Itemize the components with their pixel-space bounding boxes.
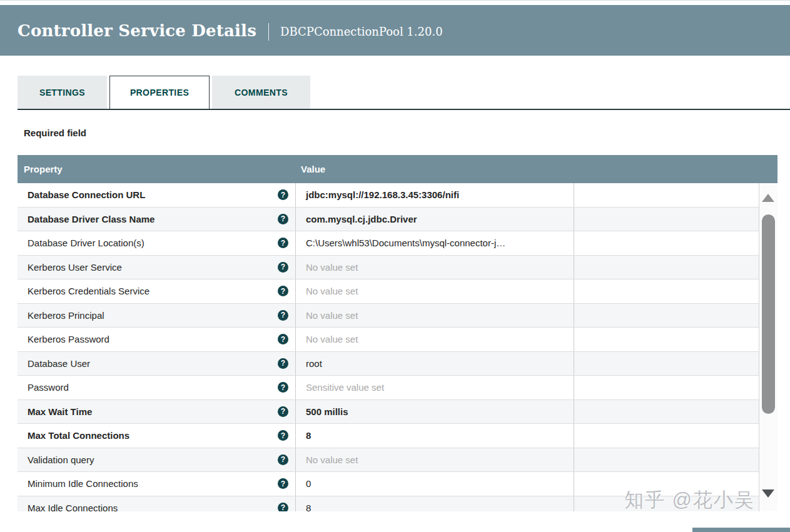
service-name-version: DBCPConnectionPool 1.20.0 bbox=[280, 25, 443, 38]
required-field-note: Required field bbox=[24, 128, 86, 138]
property-value: Sensitive value set bbox=[296, 376, 574, 399]
tab-settings[interactable]: SETTINGS bbox=[18, 76, 107, 109]
tab-properties[interactable]: PROPERTIES bbox=[109, 76, 210, 109]
controller-service-details-dialog: Controller Service Details DBCPConnectio… bbox=[0, 0, 790, 532]
help-icon[interactable]: ? bbox=[278, 334, 288, 344]
table-row: Database Driver Class Name? com.mysql.cj… bbox=[18, 208, 759, 232]
table-rows: Database Connection URL? jdbc:mysql://19… bbox=[18, 183, 759, 511]
property-value: 8 bbox=[296, 424, 574, 448]
table-row: Validation query? No value set bbox=[18, 448, 759, 473]
property-value: 0 bbox=[296, 472, 574, 496]
property-name: Minimum Idle Connections bbox=[28, 478, 138, 489]
help-icon[interactable]: ? bbox=[278, 238, 288, 248]
column-header-value: Value bbox=[296, 164, 777, 174]
table-row: Max Total Connections? 8 bbox=[18, 424, 759, 448]
property-name: Max Total Connections bbox=[28, 430, 129, 441]
table-row: Database Driver Location(s)? C:\Users\wh… bbox=[18, 231, 759, 256]
property-value: C:\Users\whl53\Documents\mysql-connector… bbox=[296, 231, 574, 255]
help-icon[interactable]: ? bbox=[278, 286, 288, 296]
property-name: Kerberos Password bbox=[28, 334, 109, 344]
property-value: com.mysql.cj.jdbc.Driver bbox=[296, 208, 574, 231]
help-icon[interactable]: ? bbox=[278, 189, 288, 200]
help-icon[interactable]: ? bbox=[278, 430, 288, 441]
help-icon[interactable]: ? bbox=[278, 478, 288, 489]
property-value: No value set bbox=[296, 256, 574, 279]
property-value: 8 bbox=[296, 496, 574, 512]
scrollbar-thumb[interactable] bbox=[762, 214, 775, 414]
table-row: Kerberos User Service? No value set bbox=[18, 256, 759, 280]
property-name: Kerberos Principal bbox=[28, 310, 104, 321]
property-value: No value set bbox=[296, 448, 574, 472]
property-name: Kerberos Credentials Service bbox=[28, 286, 149, 296]
property-value: No value set bbox=[296, 304, 574, 328]
tab-bar: SETTINGS PROPERTIES COMMENTS bbox=[18, 76, 790, 110]
property-value: No value set bbox=[296, 279, 574, 303]
table-scrollbar[interactable] bbox=[759, 183, 777, 511]
table-header-row: Property Value bbox=[18, 155, 777, 183]
table-row: Database Connection URL? jdbc:mysql://19… bbox=[18, 183, 759, 208]
property-name: Database User bbox=[28, 358, 90, 369]
scroll-down-arrow-icon[interactable] bbox=[762, 489, 774, 498]
property-name: Max Idle Connections bbox=[28, 503, 118, 511]
property-name: Max Wait Time bbox=[28, 406, 92, 417]
property-value: No value set bbox=[296, 328, 574, 351]
column-header-property: Property bbox=[18, 164, 296, 174]
table-row: Max Wait Time? 500 millis bbox=[18, 400, 759, 424]
table-row: Max Idle Connections? 8 bbox=[18, 496, 759, 512]
help-icon[interactable]: ? bbox=[278, 262, 288, 273]
property-value: root bbox=[296, 352, 574, 376]
table-row: Password? Sensitive value set bbox=[18, 376, 759, 400]
help-icon[interactable]: ? bbox=[278, 406, 288, 417]
help-icon[interactable]: ? bbox=[278, 358, 288, 369]
dialog-title: Controller Service Details bbox=[18, 21, 256, 40]
property-name: Kerberos User Service bbox=[28, 262, 122, 273]
help-icon[interactable]: ? bbox=[278, 214, 288, 224]
scroll-up-arrow-icon[interactable] bbox=[762, 194, 774, 202]
table-body: Database Connection URL? jdbc:mysql://19… bbox=[18, 183, 777, 511]
table-row: Kerberos Password? No value set bbox=[18, 328, 759, 352]
table-row: Kerberos Credentials Service? No value s… bbox=[18, 279, 759, 304]
help-icon[interactable]: ? bbox=[278, 382, 288, 393]
property-name: Password bbox=[28, 382, 69, 393]
property-name: Database Driver Class Name bbox=[28, 214, 154, 224]
properties-table: Property Value Database Connection URL? … bbox=[18, 155, 777, 511]
title-divider bbox=[268, 23, 269, 41]
property-name: Database Connection URL bbox=[28, 189, 145, 200]
table-row: Database User? root bbox=[18, 352, 759, 376]
table-row: Minimum Idle Connections? 0 bbox=[18, 472, 759, 496]
dialog-header: Controller Service Details DBCPConnectio… bbox=[0, 5, 790, 56]
help-icon[interactable]: ? bbox=[278, 503, 288, 511]
property-value: 500 millis bbox=[296, 400, 574, 424]
tab-comments[interactable]: COMMENTS bbox=[212, 76, 310, 109]
help-icon[interactable]: ? bbox=[278, 310, 288, 321]
help-icon[interactable]: ? bbox=[278, 454, 288, 465]
property-value: jdbc:mysql://192.168.3.45:3306/nifi bbox=[296, 183, 574, 207]
property-name: Database Driver Location(s) bbox=[28, 238, 144, 248]
ok-button-clipped[interactable] bbox=[692, 528, 790, 532]
table-row: Kerberos Principal? No value set bbox=[18, 304, 759, 328]
dialog-top-border bbox=[0, 0, 790, 1]
property-name: Validation query bbox=[28, 454, 94, 465]
